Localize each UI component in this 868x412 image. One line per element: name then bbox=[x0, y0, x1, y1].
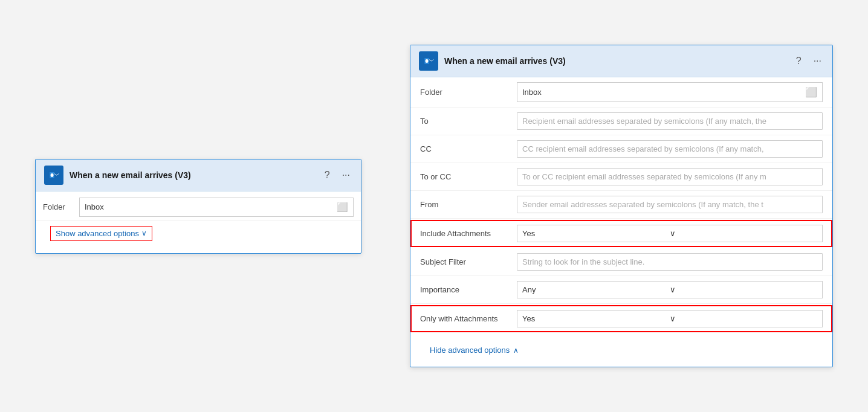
subject-filter-label: Subject Filter bbox=[420, 257, 517, 266]
cc-row: CC bbox=[410, 135, 832, 163]
hide-advanced-label: Hide advanced options bbox=[430, 346, 510, 355]
from-row: From bbox=[410, 191, 832, 219]
subject-filter-row: Subject Filter bbox=[410, 248, 832, 276]
small-folder-label: Folder bbox=[43, 202, 79, 211]
to-label: To bbox=[420, 117, 517, 126]
small-help-button[interactable]: ? bbox=[322, 169, 332, 182]
large-more-button[interactable]: ··· bbox=[811, 54, 824, 68]
outlook-icon bbox=[44, 166, 63, 185]
large-card-title: When a new email arrives (V3) bbox=[444, 56, 788, 66]
large-card-body: Folder ⬜ To CC To or CC From In bbox=[410, 77, 832, 367]
only-with-attachments-value: Yes bbox=[522, 314, 670, 323]
small-folder-input[interactable] bbox=[85, 202, 333, 211]
small-advanced-section: Show advanced options ∨ bbox=[36, 221, 361, 248]
to-input[interactable] bbox=[517, 112, 823, 130]
only-with-attachments-label: Only with Attachments bbox=[420, 314, 517, 323]
to-or-cc-label: To or CC bbox=[420, 172, 517, 181]
only-with-attachments-chevron-icon: ∨ bbox=[670, 314, 817, 323]
large-card-header: When a new email arrives (V3) ? ··· bbox=[410, 45, 832, 77]
to-or-cc-input[interactable] bbox=[517, 168, 823, 185]
importance-value: Any bbox=[522, 285, 670, 294]
large-help-button[interactable]: ? bbox=[794, 54, 804, 68]
large-card-actions: ? ··· bbox=[794, 54, 824, 68]
importance-chevron-icon: ∨ bbox=[670, 285, 817, 294]
include-attachments-value: Yes bbox=[522, 229, 670, 238]
subject-filter-input[interactable] bbox=[517, 253, 823, 271]
large-card: When a new email arrives (V3) ? ··· Fold… bbox=[410, 45, 833, 367]
show-advanced-label: Show advanced options bbox=[56, 229, 139, 238]
show-advanced-chevron-icon: ∨ bbox=[141, 229, 147, 237]
svg-point-2 bbox=[51, 173, 54, 177]
from-label: From bbox=[420, 200, 517, 209]
only-with-attachments-select[interactable]: Yes ∨ bbox=[517, 310, 823, 327]
folder-browse-icon[interactable]: ⬜ bbox=[805, 86, 817, 98]
importance-label: Importance bbox=[420, 285, 517, 294]
from-input[interactable] bbox=[517, 196, 823, 213]
folder-input[interactable] bbox=[522, 88, 802, 97]
hide-advanced-section: Hide advanced options ∧ bbox=[410, 333, 832, 367]
importance-row: Importance Any ∨ bbox=[410, 276, 832, 304]
include-attachments-row: Include Attachments Yes ∨ bbox=[410, 220, 832, 247]
small-card-title: When a new email arrives (V3) bbox=[70, 170, 316, 180]
folder-input-wrapper[interactable]: ⬜ bbox=[517, 82, 823, 102]
folder-row: Folder ⬜ bbox=[410, 77, 832, 108]
small-folder-icon: ⬜ bbox=[337, 202, 348, 213]
cc-input[interactable] bbox=[517, 140, 823, 158]
small-card: When a new email arrives (V3) ? ··· Fold… bbox=[35, 159, 361, 254]
include-attachments-label: Include Attachments bbox=[420, 229, 517, 238]
importance-select[interactable]: Any ∨ bbox=[517, 281, 823, 298]
svg-point-6 bbox=[426, 59, 429, 63]
small-folder-row: Folder ⬜ bbox=[36, 194, 361, 221]
hide-advanced-chevron-icon: ∧ bbox=[513, 346, 519, 355]
small-folder-input-wrapper[interactable]: ⬜ bbox=[79, 198, 354, 217]
folder-label: Folder bbox=[420, 88, 517, 97]
only-with-attachments-row: Only with Attachments Yes ∨ bbox=[410, 305, 832, 332]
to-or-cc-row: To or CC bbox=[410, 163, 832, 191]
hide-advanced-options-button[interactable]: Hide advanced options ∧ bbox=[420, 340, 528, 361]
small-more-button[interactable]: ··· bbox=[340, 169, 352, 182]
cc-label: CC bbox=[420, 144, 517, 153]
small-card-header: When a new email arrives (V3) ? ··· bbox=[36, 159, 361, 192]
small-card-body: Folder ⬜ Show advanced options ∨ bbox=[36, 192, 361, 253]
to-row: To bbox=[410, 108, 832, 135]
include-attachments-select[interactable]: Yes ∨ bbox=[517, 225, 823, 242]
show-advanced-options-button[interactable]: Show advanced options ∨ bbox=[50, 226, 152, 241]
small-card-actions: ? ··· bbox=[322, 169, 352, 182]
include-attachments-chevron-icon: ∨ bbox=[670, 229, 817, 238]
large-outlook-icon bbox=[419, 51, 438, 71]
